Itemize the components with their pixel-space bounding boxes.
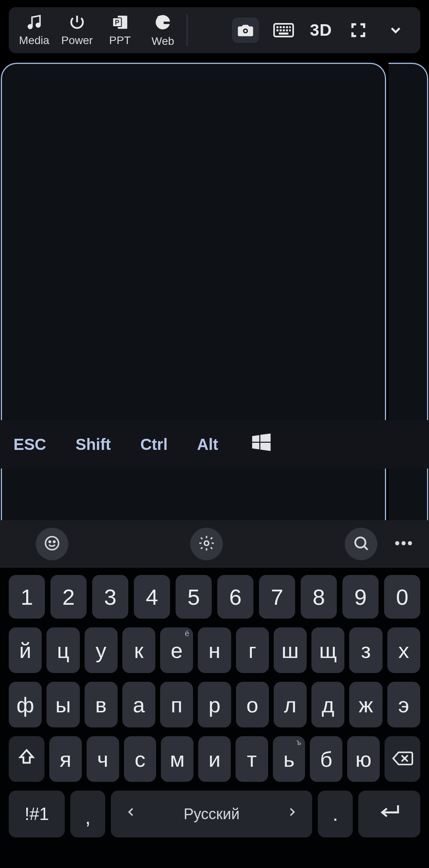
key-т[interactable]: т [236,736,268,782]
key-б[interactable]: б [310,736,342,782]
mode-media[interactable]: Media [13,7,56,53]
enter-icon [377,802,401,826]
screenshot-button[interactable] [232,17,259,43]
toggle-keyboard-button[interactable] [271,17,296,43]
key-с[interactable]: с [124,736,157,782]
key-7[interactable]: 7 [259,575,295,619]
key-н[interactable]: н [198,627,231,673]
touchpad-area-lower[interactable] [1,469,386,524]
top-toolbar: Media Power P PPT [9,7,420,53]
key-0[interactable]: 0 [384,575,420,619]
svg-rect-17 [289,29,291,31]
key-щ[interactable]: щ [311,627,344,673]
key-л[interactable]: л [274,682,307,727]
key-я[interactable]: я [49,736,82,782]
svg-point-1 [37,23,40,27]
svg-rect-16 [286,29,288,31]
key-м[interactable]: м [161,736,193,782]
key-6[interactable]: 6 [217,575,253,619]
key-4[interactable]: 4 [134,575,170,619]
svg-rect-14 [280,29,282,31]
key-р[interactable]: р [198,682,231,727]
more-horizontal-icon [394,539,413,549]
backspace-key[interactable] [385,736,420,782]
keyboard-search-button[interactable] [345,528,377,560]
svg-point-19 [46,537,59,550]
key-ь[interactable]: ьъ [273,736,305,782]
key-ч[interactable]: ч [87,736,119,782]
key-1[interactable]: 1 [9,575,45,619]
key-д[interactable]: д [311,682,344,727]
period-key[interactable]: . [318,791,353,837]
key-и[interactable]: и [198,736,231,782]
touchpad-area[interactable] [1,63,386,420]
scroll-strip[interactable] [388,63,428,420]
esc-key[interactable]: ESC [14,436,46,453]
svg-rect-13 [276,29,278,31]
key-2[interactable]: 2 [50,575,87,619]
key-к[interactable]: к [122,627,155,673]
svg-point-26 [408,541,412,545]
key-э[interactable]: э [387,682,420,727]
music-icon [25,14,43,31]
key-ш[interactable]: ш [274,627,307,673]
key-й[interactable]: й [9,627,42,673]
enter-key[interactable] [358,791,420,837]
shift-key[interactable] [9,736,44,782]
mode-web-label: Web [151,35,174,48]
mode-group: Media Power P PPT [9,7,184,53]
mode-web[interactable]: Web [141,7,184,53]
expand-menu-button[interactable] [383,17,408,43]
svg-rect-18 [279,33,288,35]
keyboard-keys: 1 2 3 4 5 6 7 8 9 0 й ц у к её н г ш щ з… [0,568,429,868]
key-ц[interactable]: ц [46,627,79,673]
key-у[interactable]: у [85,627,118,673]
chevron-right-icon [286,804,298,824]
backspace-icon [392,747,413,772]
key-ю[interactable]: ю [347,736,380,782]
row-letters-3: я ч с м и т ьъ б ю [9,736,420,782]
keyboard-toolbar [0,520,429,568]
key-ь-hint: ъ [296,738,301,747]
mode-ppt[interactable]: P PPT [99,7,141,53]
key-е[interactable]: её [160,627,193,673]
keyboard-settings-button[interactable] [190,528,223,560]
gear-icon [198,534,215,554]
shift-arrow-icon [17,747,36,772]
mode-media-label: Media [19,34,49,47]
key-п[interactable]: п [160,682,193,727]
key-5[interactable]: 5 [176,575,212,619]
key-о[interactable]: о [236,682,269,727]
key-х[interactable]: х [387,627,420,673]
key-ф[interactable]: ф [9,682,42,727]
key-ы[interactable]: ы [46,682,79,727]
smiley-icon [43,534,61,554]
modifier-row: ESC Shift Ctrl Alt [0,420,429,469]
row-letters-1: й ц у к её н г ш щ з х [9,627,420,673]
key-а[interactable]: а [122,682,155,727]
key-е-label: е [171,638,183,663]
keyboard-more-button[interactable] [389,530,418,558]
svg-point-22 [205,541,209,546]
space-key[interactable]: Русский [111,791,312,837]
symbols-key[interactable]: !#1 [9,791,65,837]
camera-icon [236,21,255,39]
alt-modifier[interactable]: Alt [197,436,218,453]
comma-key[interactable]: , [70,791,105,837]
emoji-button[interactable] [36,528,68,560]
key-8[interactable]: 8 [301,575,337,619]
key-з[interactable]: з [349,627,382,673]
key-в[interactable]: в [85,682,118,727]
key-3[interactable]: 3 [92,575,128,619]
windows-key[interactable] [249,430,274,459]
key-ж[interactable]: ж [349,682,382,727]
mode-power[interactable]: Power [56,7,99,53]
key-9[interactable]: 9 [342,575,379,619]
fullscreen-button[interactable] [346,17,371,43]
3d-mode-button[interactable]: 3D [308,17,334,43]
shift-modifier[interactable]: Shift [75,436,111,453]
scroll-strip-lower[interactable] [388,469,428,524]
key-г[interactable]: г [236,627,269,673]
svg-rect-10 [283,26,285,28]
ctrl-modifier[interactable]: Ctrl [140,436,168,453]
